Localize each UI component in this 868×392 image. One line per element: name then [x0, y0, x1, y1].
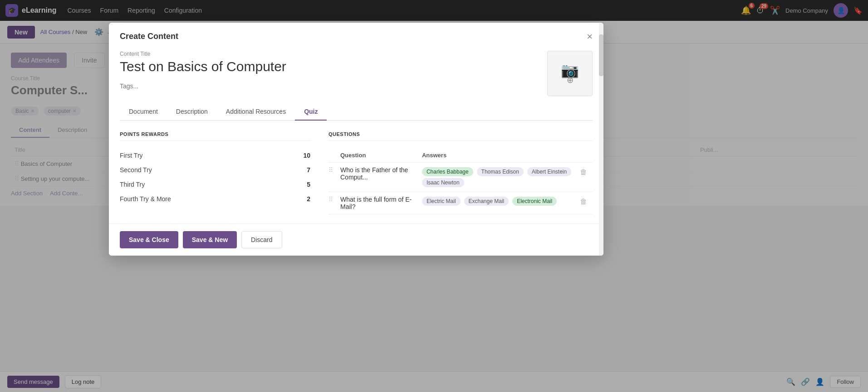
q1-answers-cell: Charles Babbage Thomas Edison Albert Ein… — [422, 163, 578, 192]
q1-drag-handle[interactable]: ⠿ — [329, 166, 337, 174]
q2-answers-cell: Electric Mail Exchange Mail Electronic M… — [422, 192, 578, 214]
points-label-first-try: First Try — [120, 148, 287, 163]
q2-answer-0[interactable]: Electric Mail — [422, 197, 461, 206]
modal-scrollbar[interactable] — [599, 23, 603, 256]
tab-quiz[interactable]: Quiz — [295, 103, 327, 121]
q2-handle-cell: ⠿ — [329, 192, 340, 214]
points-table: First Try 10 Second Try 7 Third Try 5 — [120, 148, 310, 206]
quiz-layout: POINTS REWARDS First Try 10 Second Try 7… — [120, 131, 593, 214]
modal-body: Content Title 📷 ⊕ Document Description A… — [109, 42, 603, 223]
content-title-section: Content Title 📷 ⊕ — [120, 51, 593, 96]
points-label-third-try: Third Try — [120, 177, 287, 192]
points-value-first-try: 10 — [287, 148, 310, 163]
q1-question-text: Who is the Father of the Comput... — [340, 166, 408, 181]
create-content-modal: Create Content × Content Title 📷 ⊕ Docum… — [109, 23, 603, 256]
col-answers: Answers — [422, 148, 578, 163]
questions-header-row: Question Answers — [329, 148, 593, 163]
q1-question-cell[interactable]: Who is the Father of the Comput... — [340, 163, 422, 192]
points-value-third-try: 5 — [287, 177, 310, 192]
points-row-fourth-try: Fourth Try & More 2 — [120, 192, 310, 206]
points-rewards-section: POINTS REWARDS First Try 10 Second Try 7… — [120, 131, 310, 214]
q1-delete-cell: 🗑 — [578, 163, 593, 192]
points-section-heading: POINTS REWARDS — [120, 131, 310, 141]
tab-additional-resources[interactable]: Additional Resources — [217, 103, 295, 121]
points-label-fourth-try: Fourth Try & More — [120, 192, 287, 206]
col-actions — [578, 148, 593, 163]
points-value-second-try: 7 — [287, 163, 310, 177]
image-upload-button[interactable]: 📷 ⊕ — [547, 51, 593, 96]
content-title-input[interactable] — [120, 59, 538, 74]
q2-question-text: What is the full form of E-Mail? — [340, 196, 412, 210]
modal-close-button[interactable]: × — [587, 32, 593, 42]
save-new-button[interactable]: Save & New — [183, 231, 237, 248]
q1-handle-cell: ⠿ — [329, 163, 340, 192]
q2-answer-1[interactable]: Exchange Mail — [464, 197, 509, 206]
points-row-third-try: Third Try 5 — [120, 177, 310, 192]
content-title-label: Content Title — [120, 51, 538, 57]
q1-answer-2[interactable]: Albert Einstein — [527, 167, 571, 176]
tab-description[interactable]: Description — [167, 103, 217, 121]
tags-input[interactable] — [120, 82, 211, 90]
col-question: Question — [340, 148, 422, 163]
modal-footer: Save & Close Save & New Discard — [109, 223, 603, 256]
save-close-button[interactable]: Save & Close — [120, 231, 178, 248]
question-row-2: ⠿ What is the full form of E-Mail? Elect… — [329, 192, 593, 214]
questions-table: Question Answers ⠿ Who is the Fat — [329, 148, 593, 214]
modal-header: Create Content × — [109, 23, 603, 42]
col-handle — [329, 148, 340, 163]
q2-answer-2[interactable]: Electronic Mail — [512, 197, 557, 206]
q1-answer-0[interactable]: Charles Babbage — [422, 167, 473, 176]
question-row-1: ⠿ Who is the Father of the Comput... Cha… — [329, 163, 593, 192]
points-label-second-try: Second Try — [120, 163, 287, 177]
q2-delete-cell: 🗑 — [578, 192, 593, 214]
modal-tabs: Document Description Additional Resource… — [120, 103, 593, 121]
plus-overlay: ⊕ — [567, 75, 574, 85]
q2-question-cell[interactable]: What is the full form of E-Mail? — [340, 192, 422, 214]
q1-answer-1[interactable]: Thomas Edison — [477, 167, 524, 176]
modal-title: Create Content — [120, 32, 178, 41]
questions-section-heading: QUESTIONS — [329, 131, 593, 141]
points-row-first-try: First Try 10 — [120, 148, 310, 163]
points-value-fourth-try: 2 — [287, 192, 310, 206]
q2-drag-handle[interactable]: ⠿ — [329, 196, 337, 203]
q1-delete-button[interactable]: 🗑 — [578, 166, 589, 178]
tab-document[interactable]: Document — [120, 103, 167, 121]
questions-section: QUESTIONS Question Answers — [329, 131, 593, 214]
points-row-second-try: Second Try 7 — [120, 163, 310, 177]
q1-answer-3[interactable]: Isaac Newton — [422, 178, 464, 187]
discard-button[interactable]: Discard — [241, 231, 282, 248]
content-title-left: Content Title — [120, 51, 538, 90]
q2-delete-button[interactable]: 🗑 — [578, 196, 589, 208]
